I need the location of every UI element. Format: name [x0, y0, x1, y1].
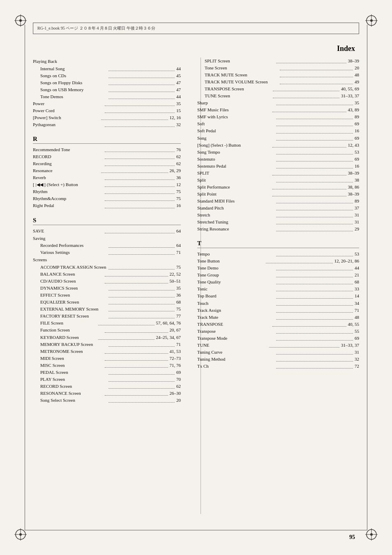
left-vline — [25, 25, 25, 530]
right-column: SPLIT Screen 38–39 Tone Screen 20 TRACK … — [197, 58, 359, 514]
svg-point-11 — [19, 533, 22, 536]
section-header-r: R — [33, 136, 181, 144]
list-item: String Resonance 29 — [197, 226, 359, 233]
corner-mark-tl — [12, 12, 29, 29]
right-vline — [367, 25, 367, 530]
corner-mark-br — [363, 526, 380, 543]
index-title: Index — [337, 44, 355, 53]
section-header-t: T — [197, 240, 359, 248]
list-item: Tx Ch 72 — [197, 363, 359, 370]
corner-mark-tr — [363, 12, 380, 29]
list-item: SAVE 64 — [33, 228, 181, 235]
svg-point-7 — [370, 19, 373, 22]
section-header-s: S — [33, 217, 181, 225]
bottom-rule — [25, 530, 367, 530]
page-number: 95 — [349, 534, 355, 541]
svg-point-3 — [19, 19, 22, 22]
left-column: Playing Back Internal Song 44 Songs on C… — [33, 58, 181, 514]
header-text: RG-1_e.book 95 ページ ２０８年４月８日 火曜日 午後２時３６分 — [37, 25, 155, 31]
corner-mark-bl — [12, 526, 29, 543]
list-item: Various Settings 71 — [33, 249, 181, 256]
header-bar: RG-1_e.book 95 ページ ２０８年４月８日 火曜日 午後２時３６分 — [33, 23, 359, 34]
list-item: Right Pedal 16 — [33, 202, 181, 209]
list-item: Pythagorean 32 — [33, 121, 181, 128]
page: RG-1_e.book 95 ページ ２０８年４月８日 火曜日 午後２時３６分 … — [0, 0, 392, 555]
content-area: Playing Back Internal Song 44 Songs on C… — [33, 58, 359, 514]
list-item: Song Select Screen 20 — [33, 397, 181, 404]
svg-point-15 — [370, 533, 373, 536]
